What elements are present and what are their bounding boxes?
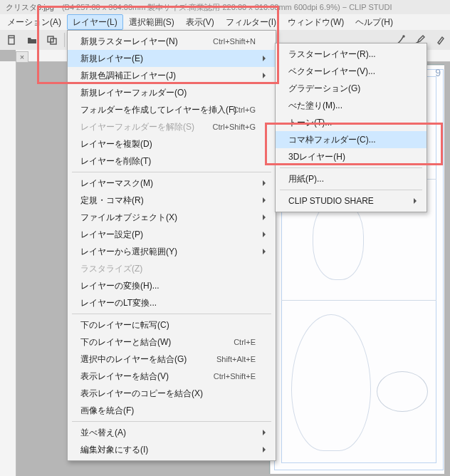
mi-transfer-down[interactable]: 下のレイヤーに転写(C): [68, 316, 276, 333]
page-number: 9: [435, 68, 441, 78]
open-icon[interactable]: [23, 31, 41, 48]
app-window: { "title": { "filename": "クリスタ0.jpg", "m…: [0, 0, 450, 476]
menu-layer[interactable]: レイヤー(L): [67, 14, 123, 30]
mi-new-layer[interactable]: 新規レイヤー(E): [68, 50, 276, 67]
mi-layer-mask[interactable]: レイヤーマスク(M): [68, 175, 276, 192]
mi-new-raster[interactable]: 新規ラスターレイヤー(N)Ctrl+Shift+N: [68, 33, 276, 50]
layer-menu: 新規ラスターレイヤー(N)Ctrl+Shift+N 新規レイヤー(E) 新規色調…: [67, 30, 276, 461]
mi-selection-from[interactable]: レイヤーから選択範囲(Y): [68, 243, 276, 260]
mi-layer-settings[interactable]: レイヤー設定(P): [68, 226, 276, 243]
mi-set-target[interactable]: 編集対象にする(I): [68, 441, 276, 458]
smi-gradient[interactable]: グラデーション(G): [276, 80, 427, 97]
menu-sep: [280, 167, 422, 168]
smi-fill[interactable]: べた塗り(M)...: [276, 97, 427, 114]
menu-sep: [72, 314, 271, 314]
menu-window[interactable]: ウィンドウ(W): [282, 14, 350, 30]
mi-flatten[interactable]: 画像を統合(F): [68, 402, 276, 419]
mi-ruler-frame[interactable]: 定規・コマ枠(R): [68, 192, 276, 209]
marker-icon[interactable]: [431, 31, 450, 48]
mi-insert-into-folder[interactable]: フォルダーを作成してレイヤーを挿入(F)Ctrl+G: [68, 101, 276, 118]
smi-tone[interactable]: トーン(T)...: [276, 114, 427, 131]
smi-raster[interactable]: ラスターレイヤー(R)...: [276, 46, 427, 63]
mi-file-object[interactable]: ファイルオブジェクト(X): [68, 209, 276, 226]
svg-point-3: [403, 36, 404, 37]
new-layer-submenu: ラスターレイヤー(R)... ベクターレイヤー(V)... グラデーション(G)…: [275, 43, 427, 212]
menu-sep: [72, 172, 271, 172]
mi-lt-convert[interactable]: レイヤーのLT変換...: [68, 294, 276, 311]
toolbar-sep: [64, 33, 65, 47]
mi-convert-layer[interactable]: レイヤーの変換(H)...: [68, 277, 276, 294]
mi-ungroup-folder[interactable]: レイヤーフォルダーを解除(S)Ctrl+Shift+G: [68, 118, 276, 135]
mi-merge-down[interactable]: 下のレイヤーと結合(W)Ctrl+E: [68, 333, 276, 351]
document-meta: (B4 257.00 x 364.00mm 製本サイズ:商業誌用 220.00 …: [62, 3, 392, 11]
close-tab-button[interactable]: ×: [16, 51, 28, 63]
mi-new-folder[interactable]: 新規レイヤーフォルダー(O): [68, 84, 276, 101]
doc-icon[interactable]: [3, 31, 21, 48]
menu-bar: メーション(A) レイヤー(L) 選択範囲(S) 表示(V) フィルター(I) …: [0, 14, 450, 31]
menu-animation[interactable]: メーション(A): [1, 14, 67, 30]
menu-help[interactable]: ヘルプ(H): [350, 14, 399, 30]
ruler-vertical: [0, 61, 16, 476]
menu-view[interactable]: 表示(V): [180, 14, 220, 30]
menu-sep: [72, 421, 271, 422]
mi-merge-visible[interactable]: 表示レイヤーを結合(V)Ctrl+Shift+E: [68, 368, 276, 385]
title-bar: クリスタ0.jpg (B4 257.00 x 364.00mm 製本サイズ:商業…: [0, 0, 450, 15]
mi-delete[interactable]: レイヤーを削除(T): [68, 152, 276, 170]
smi-vector[interactable]: ベクターレイヤー(V)...: [276, 63, 427, 80]
smi-3d[interactable]: 3Dレイヤー(H): [276, 148, 427, 165]
smi-paper[interactable]: 用紙(P)...: [276, 170, 427, 187]
overlay-icon[interactable]: [43, 31, 61, 48]
smi-frame-folder[interactable]: コマ枠フォルダー(C)...: [276, 131, 427, 148]
menu-sep: [280, 190, 422, 190]
mi-sort[interactable]: 並べ替え(A): [68, 424, 276, 441]
mi-new-adjust[interactable]: 新規色調補正レイヤー(J): [68, 67, 276, 84]
menu-select[interactable]: 選択範囲(S): [123, 14, 180, 30]
mi-rasterize[interactable]: ラスタライズ(Z): [68, 260, 276, 277]
mi-merge-selected[interactable]: 選択中のレイヤーを結合(G)Shift+Alt+E: [68, 351, 276, 368]
svg-rect-0: [9, 36, 14, 44]
smi-share[interactable]: CLIP STUDIO SHARE: [276, 192, 427, 209]
mi-duplicate[interactable]: レイヤーを複製(D): [68, 135, 276, 152]
menu-filter[interactable]: フィルター(I): [220, 14, 282, 30]
mi-merge-visible-copy[interactable]: 表示レイヤーのコピーを結合(X): [68, 385, 276, 402]
document-filename: クリスタ0.jpg: [0, 0, 60, 14]
